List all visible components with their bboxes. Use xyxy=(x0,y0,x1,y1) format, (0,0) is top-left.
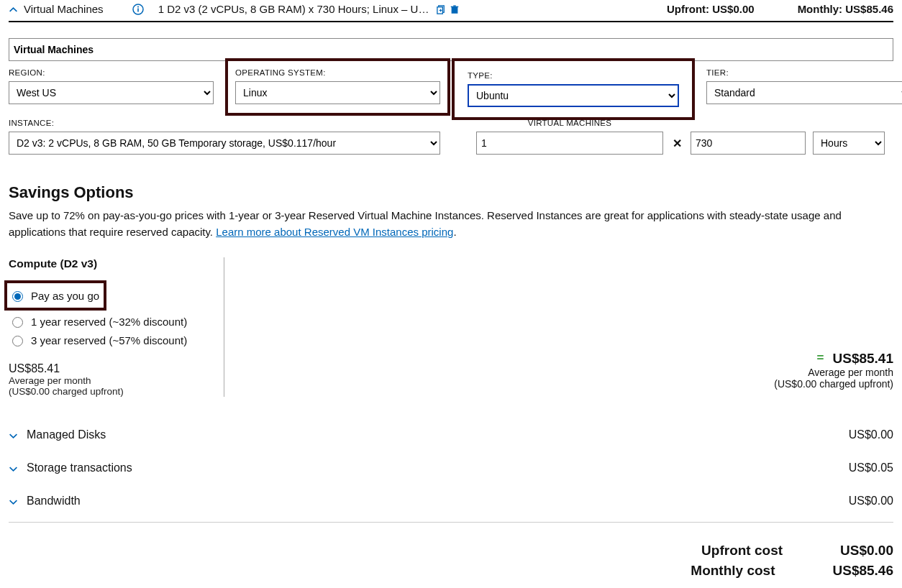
tier-select[interactable]: Standard xyxy=(706,81,902,104)
region-label: REGION: xyxy=(9,68,214,77)
equals-icon: = xyxy=(817,351,824,364)
region-select[interactable]: West US xyxy=(9,81,214,104)
region-field: REGION: West US xyxy=(9,68,214,109)
total-monthly-label: Monthly cost xyxy=(691,563,775,579)
trash-icon[interactable] xyxy=(450,3,460,15)
type-field: TYPE: Ubuntu xyxy=(462,68,685,109)
header-title: Virtual Machines xyxy=(24,3,104,15)
reserved-pricing-link[interactable]: Learn more about Reserved VM Instances p… xyxy=(216,226,453,238)
cost-accordions: Managed Disks US$0.00 Storage transactio… xyxy=(9,418,893,518)
svg-rect-8 xyxy=(451,6,459,7)
collapse-icon[interactable] xyxy=(9,4,18,15)
total-upfront-value: US$0.00 xyxy=(840,543,893,559)
radio-3yr[interactable] xyxy=(12,336,23,346)
option-3yr[interactable]: 3 year reserved (~57% discount) xyxy=(9,332,209,348)
svg-point-1 xyxy=(137,6,139,8)
chevron-down-icon xyxy=(9,495,18,507)
accordion-value: US$0.00 xyxy=(849,428,893,441)
hours-field xyxy=(691,119,806,155)
upfront-value: US$0.00 xyxy=(712,3,754,15)
multiply-icon: ✕ xyxy=(670,137,683,155)
os-label: OPERATING SYSTEM: xyxy=(235,68,440,77)
savings-heading: Savings Options xyxy=(9,183,893,202)
accordion-storage-transactions[interactable]: Storage transactions US$0.05 xyxy=(9,451,893,484)
price-upfront: (US$0.00 charged upfront) xyxy=(9,386,209,397)
hours-unit-field: Hours xyxy=(813,119,885,155)
chevron-down-icon xyxy=(9,461,18,474)
vm-count-field: VIRTUAL MACHINES xyxy=(476,119,663,155)
header-row: Virtual Machines 1 D2 v3 (2 vCPUs, 8 GB … xyxy=(9,0,893,22)
vm-name-input[interactable] xyxy=(9,38,893,61)
price-avg-right: Average per month xyxy=(774,367,893,378)
tier-label: TIER: xyxy=(706,68,902,77)
hours-unit-select[interactable]: Hours xyxy=(813,132,885,155)
type-select[interactable]: Ubuntu xyxy=(468,84,679,107)
price-amount-right: US$85.41 xyxy=(832,351,893,366)
compute-right: =US$85.41 Average per month (US$0.00 cha… xyxy=(224,257,893,397)
price-amount: US$85.41 xyxy=(9,362,209,375)
svg-rect-2 xyxy=(137,9,139,12)
header-monthly: Monthly: US$85.46 xyxy=(798,3,893,15)
total-upfront-label: Upfront cost xyxy=(701,543,783,559)
config-summary-text: 1 D2 v3 (2 vCPUs, 8 GB RAM) x 730 Hours;… xyxy=(158,3,429,15)
accordion-value: US$0.00 xyxy=(849,495,893,507)
accordion-value: US$0.05 xyxy=(849,461,893,474)
price-upfront-right: (US$0.00 charged upfront) xyxy=(774,378,893,390)
vm-count-input[interactable] xyxy=(476,132,663,155)
svg-rect-9 xyxy=(454,5,457,6)
monthly-label: Monthly: xyxy=(798,3,842,15)
highlight-payg: Pay as you go xyxy=(4,280,106,311)
total-monthly-value: US$85.46 xyxy=(832,563,893,579)
totals: Upfront cost US$0.00 Monthly cost US$85.… xyxy=(9,522,893,579)
price-avg: Average per month xyxy=(9,375,209,386)
hours-input[interactable] xyxy=(691,132,806,155)
radio-payg[interactable] xyxy=(12,291,23,302)
os-select[interactable]: Linux xyxy=(235,81,440,104)
chevron-down-icon xyxy=(9,428,18,441)
highlight-type: TYPE: Ubuntu xyxy=(452,58,695,120)
radio-1yr[interactable] xyxy=(12,317,23,328)
accordion-managed-disks[interactable]: Managed Disks US$0.00 xyxy=(9,418,893,451)
instance-field: INSTANCE: D2 v3: 2 vCPUs, 8 GB RAM, 50 G… xyxy=(9,119,440,155)
type-label: TYPE: xyxy=(468,71,679,80)
header-upfront: Upfront: US$0.00 xyxy=(667,3,755,15)
highlight-os: OPERATING SYSTEM: Linux xyxy=(225,58,450,116)
compute-left: Compute (D2 v3) Pay as you go 1 year res… xyxy=(9,257,224,397)
instance-select[interactable]: D2 v3: 2 vCPUs, 8 GB RAM, 50 GB Temporar… xyxy=(9,132,440,155)
tier-field: TIER: Standard xyxy=(706,68,902,109)
compute-title: Compute (D2 v3) xyxy=(9,257,209,270)
option-pay-as-you-go[interactable]: Pay as you go xyxy=(9,288,99,303)
compute-price-left: US$85.41 Average per month (US$0.00 char… xyxy=(9,362,209,397)
monthly-value: US$85.46 xyxy=(845,3,893,15)
upfront-label: Upfront: xyxy=(667,3,709,15)
os-field: OPERATING SYSTEM: Linux xyxy=(235,68,440,109)
savings-description: Save up to 72% on pay-as-you-go prices w… xyxy=(9,208,893,240)
svg-rect-7 xyxy=(452,7,458,14)
instance-label: INSTANCE: xyxy=(9,119,440,127)
info-icon[interactable] xyxy=(132,3,144,15)
option-1yr[interactable]: 1 year reserved (~32% discount) xyxy=(9,313,209,329)
copy-icon[interactable] xyxy=(436,3,447,15)
accordion-bandwidth[interactable]: Bandwidth US$0.00 xyxy=(9,484,893,518)
